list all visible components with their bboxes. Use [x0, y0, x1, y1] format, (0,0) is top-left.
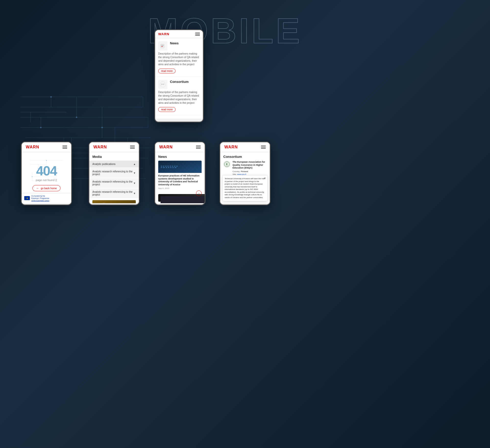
- go-back-label: go back home: [41, 187, 57, 190]
- error-content: 404 page not found (( ← go back home: [32, 158, 61, 198]
- phone-404-logo: WARN: [26, 145, 39, 149]
- media-item-1[interactable]: Analytic research referencing to the pro…: [89, 168, 139, 178]
- expand-icon-2: ▼: [133, 182, 136, 185]
- eu-flag-icon: ★: [24, 196, 30, 200]
- menu-consortium-icon[interactable]: [261, 146, 266, 149]
- media-item-label-0: Analytic publications: [92, 163, 116, 165]
- arrow-icon: ←: [36, 186, 39, 190]
- go-back-button[interactable]: ← go back home: [32, 185, 61, 191]
- media-video-thumbnail[interactable]: Розмова з Тарасом Добком: [92, 200, 136, 203]
- country-label: Country:: [232, 170, 240, 173]
- phone-main: WARN News: [154, 29, 204, 122]
- phone-media-logo: WARN: [93, 145, 107, 149]
- media-section-title: Media: [89, 152, 139, 161]
- menu-line-2: [130, 147, 135, 147]
- menu-line-1: [63, 146, 67, 146]
- error-code: 404: [36, 164, 57, 177]
- svg-point-19: [76, 117, 77, 118]
- expand-icon-3: ▼: [133, 192, 136, 195]
- media-item-label-2: Analytic research referencing to the pro…: [92, 180, 133, 186]
- phone-consortium: WARN Consortium E The European Associati…: [219, 142, 271, 205]
- consortium-section: Consortium Description of the partners m…: [155, 77, 203, 115]
- news-title: News: [170, 41, 179, 45]
- popup-close-button[interactable]: ✕: [264, 176, 266, 180]
- consortium-title: Consortium: [170, 80, 189, 84]
- news-card-1: European practices of HE information sys…: [158, 161, 202, 192]
- news-card-body: European practices of HE information sys…: [158, 173, 202, 192]
- phone-media-header: WARN: [89, 142, 139, 152]
- news-card-title: European practices of HE information sys…: [158, 174, 202, 186]
- news-section: News Description of the partners making …: [155, 38, 203, 77]
- svg-rect-52: [92, 200, 136, 203]
- phone-consortium-content: Consortium E The European Association fo…: [220, 152, 270, 203]
- popup-text: Technical University of Kosice will have…: [225, 177, 265, 199]
- phone-consortium-logo: WARN: [224, 145, 238, 149]
- phone-news-header: WARN: [155, 142, 205, 152]
- phone-consortium-header: WARN: [220, 142, 270, 152]
- phone-main-content: News Description of the partners making …: [155, 38, 203, 119]
- media-item-label-1: Analytic research referencing to the pro…: [92, 170, 133, 176]
- news-section-title: News: [155, 152, 205, 161]
- org-name: The European Association for Quality Ass…: [232, 161, 267, 170]
- svg-point-23: [40, 127, 42, 128]
- menu-line-3: [63, 148, 67, 149]
- phone-404-header: WARN: [22, 142, 71, 152]
- phone-media-content: Media Analytic publications ▲ Analytic r…: [89, 152, 139, 203]
- menu-news-icon[interactable]: [196, 146, 201, 149]
- svg-point-20: [102, 127, 103, 128]
- svg-point-37: [161, 83, 163, 85]
- org-logo-icon: E: [223, 161, 230, 168]
- phone-news-logo: WARN: [159, 145, 173, 149]
- consortium-description: Description of the partners making the s…: [158, 91, 200, 105]
- menu-line-3: [130, 148, 135, 149]
- news-description: Description of the partners making the s…: [158, 52, 200, 66]
- menu-media-icon[interactable]: [130, 146, 135, 149]
- media-item-label-3: Analytic research referencing to the pro…: [92, 190, 133, 196]
- phone-404: WARN: [21, 142, 72, 205]
- svg-text:E: E: [226, 163, 228, 166]
- country-value: Finland: [241, 170, 248, 173]
- svg-rect-32: [161, 45, 164, 45]
- svg-rect-34: [161, 46, 163, 47]
- expand-icon-0: ▲: [133, 163, 136, 165]
- menu-line-2: [63, 147, 67, 147]
- phone-news-content: News: [155, 152, 205, 203]
- image-overlay: [158, 161, 202, 173]
- org-country: Country: Finland: [232, 170, 267, 173]
- menu-line-1: [195, 33, 200, 33]
- svg-rect-33: [161, 46, 164, 46]
- popup-card: ✕ Technical University of Kosice will ha…: [222, 175, 268, 201]
- activities-title: Activities: [155, 115, 203, 119]
- menu-line-1: [261, 146, 266, 146]
- media-item-3[interactable]: Analytic research referencing to the pro…: [89, 188, 139, 198]
- media-item-0[interactable]: Analytic publications ▲: [89, 161, 139, 168]
- media-item-2[interactable]: Analytic research referencing to the pro…: [89, 178, 139, 188]
- phone-404-content: 404 page not found (( ← go back home ★ C…: [22, 152, 71, 203]
- svg-rect-72: [161, 196, 205, 203]
- phone-main-header: WARN: [155, 30, 203, 38]
- menu-line-3: [196, 148, 201, 149]
- expand-icon-1: ▼: [133, 172, 136, 174]
- svg-rect-35: [160, 45, 161, 47]
- consortium-section-title: Consortium: [220, 152, 270, 161]
- news-header: News: [158, 41, 200, 50]
- news-read-more-button[interactable]: read more: [158, 69, 176, 73]
- menu-line-3: [261, 148, 266, 149]
- menu-404-icon[interactable]: [63, 146, 67, 149]
- menu-line-2: [261, 147, 266, 147]
- news-card-image: [158, 161, 202, 173]
- svg-point-38: [163, 83, 165, 85]
- phone-media: WARN Media Analytic publications ▲ Analy…: [89, 142, 140, 205]
- phone-main-logo: WARN: [158, 32, 169, 36]
- phone-news: WARN News: [154, 142, 205, 205]
- news-icon: [158, 41, 167, 50]
- menu-line-1: [130, 146, 135, 146]
- menu-icon[interactable]: [195, 33, 200, 36]
- consortium-read-more-button[interactable]: read more: [158, 107, 176, 112]
- error-message: page not found ((: [36, 178, 57, 182]
- news-arrow-button[interactable]: →: [196, 190, 202, 196]
- menu-line-2: [196, 147, 201, 147]
- eu-text-link[interactable]: of the European Union: [31, 200, 49, 201]
- svg-point-18: [51, 96, 52, 98]
- menu-line-1: [196, 146, 201, 146]
